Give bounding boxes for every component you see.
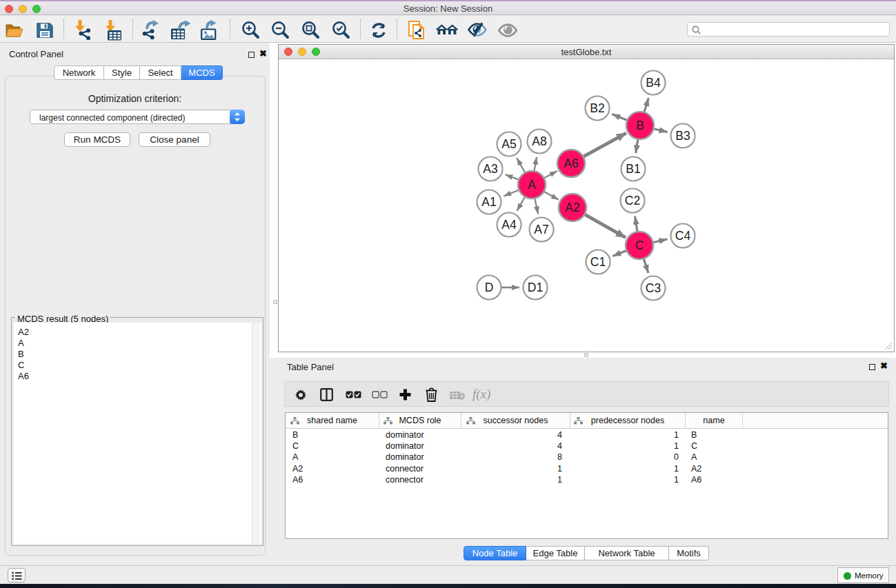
svg-text:C: C xyxy=(635,239,644,252)
svg-text:B: B xyxy=(636,119,644,132)
svg-text:A4: A4 xyxy=(501,218,517,232)
svg-text:B3: B3 xyxy=(675,129,690,143)
svg-text:B1: B1 xyxy=(626,162,640,176)
svg-text:C4: C4 xyxy=(675,229,691,243)
svg-text:D1: D1 xyxy=(528,281,543,294)
svg-text:A2: A2 xyxy=(565,201,579,214)
svg-text:A: A xyxy=(528,178,536,192)
svg-text:A3: A3 xyxy=(483,162,497,176)
svg-text:A6: A6 xyxy=(564,156,578,170)
svg-text:A5: A5 xyxy=(501,137,516,151)
svg-text:C2: C2 xyxy=(625,194,640,207)
svg-text:C1: C1 xyxy=(590,255,606,269)
svg-text:D: D xyxy=(485,281,494,294)
svg-text:A8: A8 xyxy=(532,134,546,148)
svg-text:B2: B2 xyxy=(590,101,604,115)
svg-text:B4: B4 xyxy=(646,76,661,90)
svg-text:A1: A1 xyxy=(481,195,496,209)
svg-text:A7: A7 xyxy=(534,223,548,236)
svg-text:C3: C3 xyxy=(646,281,661,295)
